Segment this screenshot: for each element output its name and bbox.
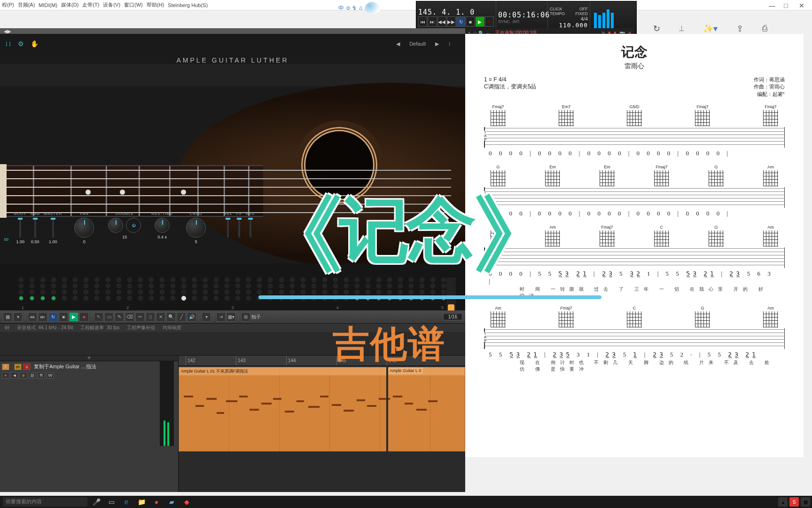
seq-step[interactable] (19, 296, 23, 301)
tray-icon[interactable]: ▦ (801, 497, 810, 507)
seq-step[interactable] (171, 284, 175, 288)
seq-step[interactable] (84, 278, 88, 282)
menu-item[interactable]: 窗口(W) (124, 1, 143, 8)
seq-step[interactable] (127, 284, 132, 288)
seq-step[interactable] (171, 290, 175, 294)
seq-step[interactable] (117, 290, 121, 294)
minimize-button[interactable]: — (769, 2, 775, 8)
seq-step[interactable] (214, 284, 219, 288)
tempo-bpm[interactable]: 110.000 (550, 22, 588, 29)
midi-note[interactable] (195, 405, 204, 407)
bar-position[interactable]: 145. 4. 1. 0 (418, 8, 494, 16)
edit-button[interactable]: e (20, 372, 27, 379)
midi-note[interactable] (379, 398, 390, 400)
track-color-icon[interactable]: ⫴ (2, 364, 9, 370)
seq-step[interactable] (73, 278, 78, 282)
res-slider[interactable] (250, 218, 251, 238)
seq-step[interactable] (214, 290, 219, 294)
forward-button[interactable]: ▶▶ (447, 16, 456, 27)
midi-note[interactable] (393, 396, 402, 397)
seq-step[interactable] (160, 284, 164, 288)
seq-step[interactable] (149, 296, 154, 301)
cortana-icon[interactable]: 🎤 (90, 497, 102, 507)
seq-step[interactable] (246, 278, 251, 282)
seq-step[interactable] (246, 290, 251, 294)
menu-item[interactable]: 媒体(D) (61, 1, 78, 8)
erase-tool[interactable]: ⌫ (125, 312, 134, 322)
seq-step[interactable] (62, 284, 67, 288)
seq-step[interactable] (62, 296, 67, 301)
seq-step[interactable] (160, 278, 164, 282)
seq-step[interactable] (40, 278, 45, 282)
menu-item[interactable]: 程(P) (2, 1, 14, 8)
app-icon[interactable]: ▰ (165, 497, 178, 507)
midi-note[interactable] (261, 403, 272, 405)
seq-step[interactable] (235, 278, 240, 282)
capo-knob[interactable] (186, 218, 206, 238)
rewind-end-button[interactable]: ⏭ (38, 312, 47, 322)
edge-icon[interactable]: e (120, 497, 133, 507)
seq-step[interactable] (30, 290, 34, 294)
seq-step[interactable] (203, 296, 208, 301)
midi-note[interactable] (357, 399, 365, 401)
seq-step[interactable] (235, 284, 240, 288)
power-button[interactable]: ⏻ (126, 218, 141, 233)
rewind-button[interactable]: ◀◀ (437, 16, 446, 27)
tray-icon[interactable]: ▴ (778, 497, 788, 507)
seq-step[interactable] (225, 290, 229, 294)
seq-step[interactable] (127, 290, 132, 294)
hand-icon[interactable]: ✋ (31, 40, 39, 48)
seq-step[interactable] (117, 278, 121, 282)
seq-step[interactable] (235, 290, 240, 294)
seq-step[interactable] (51, 284, 56, 288)
midi-note[interactable] (344, 410, 354, 412)
seq-step[interactable] (94, 278, 99, 282)
seq-step[interactable] (127, 278, 132, 282)
ime-lang[interactable]: 中 (338, 4, 344, 12)
close-button[interactable]: ✕ (799, 2, 805, 8)
color-tool[interactable]: ▾ (202, 312, 211, 322)
stop-button[interactable]: ■ (59, 312, 68, 322)
seq-step[interactable] (30, 278, 34, 282)
plugin-titlebar[interactable]: ◀▶ (0, 28, 465, 34)
seq-step[interactable] (203, 278, 208, 282)
seq-step[interactable] (138, 296, 143, 301)
mute-button[interactable]: m (14, 364, 22, 370)
menu-item[interactable]: 音频(A) (18, 1, 35, 8)
rotate-icon[interactable]: ↻ (653, 24, 660, 34)
midi-note[interactable] (416, 409, 427, 411)
maximize-button[interactable]: □ (784, 2, 790, 8)
midi-note[interactable] (285, 411, 294, 413)
seq-step[interactable] (225, 296, 229, 301)
cycle-button[interactable]: ↻ (48, 312, 58, 322)
seq-step[interactable] (181, 278, 186, 282)
fretboard[interactable] (0, 165, 263, 217)
explorer-icon[interactable]: 📁 (135, 497, 148, 507)
share-icon[interactable]: ⇪ (736, 24, 743, 34)
fx-slider[interactable] (238, 218, 240, 238)
range-tool[interactable]: ▭ (104, 312, 114, 322)
crop-icon[interactable]: ⟂ (679, 24, 684, 34)
read-button[interactable]: R (38, 372, 45, 379)
seq-step[interactable] (84, 284, 88, 288)
write-button[interactable]: W (47, 372, 54, 379)
infinity-icon[interactable]: ∞ (4, 235, 8, 243)
rewind-start-button[interactable]: ⏮ (28, 312, 37, 322)
preset-name[interactable]: Default (409, 41, 426, 47)
midi-note[interactable] (273, 398, 281, 400)
seq-step[interactable] (84, 290, 88, 294)
menu-item[interactable]: 设备(V) (103, 1, 120, 8)
line-tool[interactable]: ╱ (177, 312, 186, 322)
seq-step[interactable] (138, 278, 143, 282)
seq-step[interactable] (117, 284, 121, 288)
snap-toggle[interactable]: ⇥ (216, 312, 226, 322)
seq-step[interactable] (214, 296, 219, 301)
seq-step[interactable] (106, 284, 110, 288)
taskview-icon[interactable]: ▭ (105, 497, 117, 507)
body-slider[interactable] (19, 218, 21, 238)
seq-step[interactable] (160, 296, 164, 301)
seq-step[interactable] (203, 284, 208, 288)
seq-step[interactable] (246, 284, 251, 288)
sogou-icon[interactable]: S (789, 497, 799, 507)
seq-step[interactable] (181, 284, 186, 288)
